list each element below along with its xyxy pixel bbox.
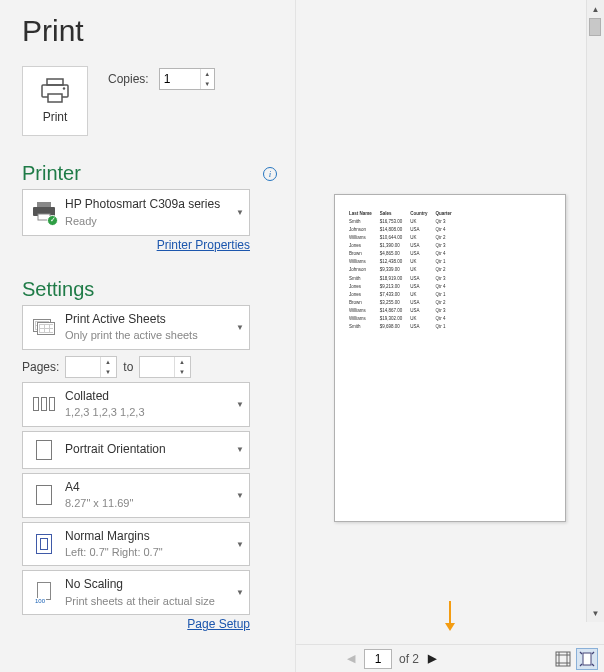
pages-to-label: to xyxy=(123,360,133,374)
chevron-down-icon: ▼ xyxy=(231,208,249,217)
pages-to-spinner[interactable]: ▲▼ xyxy=(139,356,191,378)
printer-icon xyxy=(40,78,70,104)
pages-from-spinner[interactable]: ▲▼ xyxy=(65,356,117,378)
chevron-down-icon: ▼ xyxy=(231,400,249,409)
svg-rect-0 xyxy=(47,79,63,85)
printer-section-title: Printer xyxy=(22,162,81,185)
margins-primary: Normal Margins xyxy=(65,529,227,545)
svg-rect-2 xyxy=(48,94,62,102)
chevron-down-icon: ▼ xyxy=(231,588,249,597)
zoom-to-page-button[interactable] xyxy=(576,648,598,670)
svg-rect-4 xyxy=(37,202,51,207)
svg-rect-7 xyxy=(556,652,570,666)
pages-label: Pages: xyxy=(22,360,59,374)
chevron-down-icon: ▼ xyxy=(231,540,249,549)
printer-status-icon: ✓ xyxy=(32,201,56,224)
print-what-secondary: Only print the active sheets xyxy=(65,328,227,342)
annotation-arrow-icon xyxy=(445,601,455,631)
collation-secondary: 1,2,3 1,2,3 1,2,3 xyxy=(65,405,227,419)
margins-icon xyxy=(36,534,52,554)
portrait-icon xyxy=(36,440,52,460)
preview-content-table: Last NameSalesCountryQuarterSmith$16,753… xyxy=(347,209,460,332)
pages-to-input[interactable] xyxy=(140,357,174,377)
next-page-button[interactable]: ▶ xyxy=(423,649,441,669)
print-what-dropdown[interactable]: Print Active Sheets Only print the activ… xyxy=(22,305,250,350)
sheets-icon xyxy=(33,319,55,335)
orientation-primary: Portrait Orientation xyxy=(65,442,227,458)
svg-rect-12 xyxy=(583,653,591,665)
page-setup-link[interactable]: Page Setup xyxy=(187,617,250,631)
copies-spinner[interactable]: ▲ ▼ xyxy=(159,68,215,90)
paper-size-dropdown[interactable]: A4 8.27" x 11.69" ▼ xyxy=(22,473,250,518)
margins-secondary: Left: 0.7" Right: 0.7" xyxy=(65,545,227,559)
scroll-up-button[interactable]: ▲ xyxy=(587,0,604,18)
scroll-thumb[interactable] xyxy=(589,18,601,36)
scaling-dropdown[interactable]: 100 No Scaling Print sheets at their act… xyxy=(22,570,250,615)
paper-primary: A4 xyxy=(65,480,227,496)
settings-section-title: Settings xyxy=(22,278,94,301)
preview-scrollbar[interactable]: ▲ ▼ xyxy=(586,0,604,622)
printer-status: Ready xyxy=(65,214,227,228)
copies-up[interactable]: ▲ xyxy=(201,69,214,79)
scroll-track[interactable] xyxy=(587,18,604,604)
chevron-down-icon: ▼ xyxy=(231,323,249,332)
show-margins-button[interactable] xyxy=(552,648,574,670)
svg-point-3 xyxy=(63,87,65,89)
page-icon xyxy=(36,485,52,505)
scaling-icon: 100 xyxy=(34,582,54,604)
scaling-secondary: Print sheets at their actual size xyxy=(65,594,227,608)
print-preview-area: Last NameSalesCountryQuarterSmith$16,753… xyxy=(296,0,604,644)
of-label: of 2 xyxy=(399,652,419,666)
collation-dropdown[interactable]: Collated 1,2,3 1,2,3 1,2,3 ▼ xyxy=(22,382,250,427)
check-icon: ✓ xyxy=(47,215,58,226)
page-title: Print xyxy=(22,14,277,48)
collation-primary: Collated xyxy=(65,389,227,405)
print-button-label: Print xyxy=(43,110,68,124)
current-page-input[interactable] xyxy=(364,649,392,669)
scroll-down-button[interactable]: ▼ xyxy=(587,604,604,622)
collate-icon xyxy=(33,397,55,411)
prev-page-button[interactable]: ◀ xyxy=(342,649,360,669)
chevron-down-icon: ▼ xyxy=(231,445,249,454)
copies-input[interactable] xyxy=(160,69,200,89)
print-what-primary: Print Active Sheets xyxy=(65,312,227,328)
preview-page: Last NameSalesCountryQuarterSmith$16,753… xyxy=(334,194,566,522)
printer-properties-link[interactable]: Printer Properties xyxy=(157,238,250,252)
pages-from-input[interactable] xyxy=(66,357,100,377)
copies-label: Copies: xyxy=(108,72,149,86)
copies-down[interactable]: ▼ xyxy=(201,79,214,89)
margins-dropdown[interactable]: Normal Margins Left: 0.7" Right: 0.7" ▼ xyxy=(22,522,250,567)
printer-name: HP Photosmart C309a series xyxy=(65,197,227,213)
scaling-primary: No Scaling xyxy=(65,577,227,593)
orientation-dropdown[interactable]: Portrait Orientation ▼ xyxy=(22,431,250,469)
chevron-down-icon: ▼ xyxy=(231,491,249,500)
paper-secondary: 8.27" x 11.69" xyxy=(65,496,227,510)
print-button[interactable]: Print xyxy=(22,66,88,136)
info-icon[interactable]: i xyxy=(263,167,277,181)
printer-dropdown[interactable]: ✓ HP Photosmart C309a series Ready ▼ xyxy=(22,189,250,236)
